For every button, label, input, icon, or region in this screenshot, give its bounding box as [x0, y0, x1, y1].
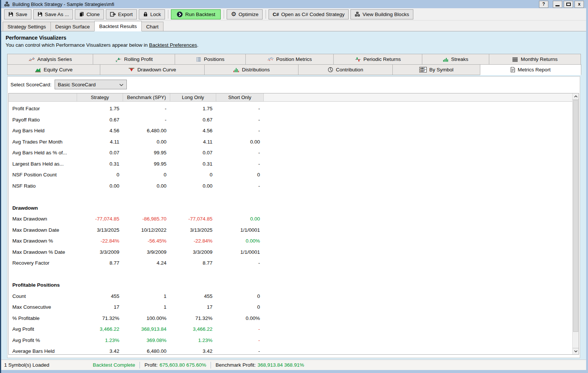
column-header-long-only[interactable]: Long Only — [170, 93, 216, 102]
table-row[interactable]: Profit Factor1.75-1.75- — [9, 103, 572, 114]
table-row[interactable]: Max Drawdown %-22.84%-56.45%-22.84%0.00% — [9, 235, 572, 247]
toolbar-separator — [224, 10, 224, 19]
tab-design-surface[interactable]: Design Surface — [50, 22, 95, 31]
cell-value: 3/3/2009 — [170, 249, 216, 255]
minimize-button[interactable] — [553, 1, 562, 8]
backtest-results-content: Performance Visualizers You can control … — [1, 31, 586, 360]
svg-text:ABC: ABC — [420, 67, 425, 70]
export-button[interactable]: Export — [106, 9, 137, 19]
cell-value: 3/9/2009 — [123, 249, 170, 255]
column-header[interactable] — [9, 93, 77, 102]
backtest-preferences-link[interactable]: Backtest Preferences — [149, 42, 197, 48]
row-label: Largest Bars Held as... — [9, 161, 77, 167]
save-as-button[interactable]: Save As ... — [33, 9, 73, 19]
cell-value: -77,074.85 — [77, 216, 123, 222]
scroll-down-button[interactable] — [573, 348, 579, 354]
table-row[interactable]: Avg Profit %1.23%369.08%1.23%- — [9, 335, 572, 346]
table-row[interactable]: Payoff Ratio0.67-0.67- — [9, 114, 572, 126]
table-row[interactable]: Max Drawdown Date3/13/202510/12/20223/13… — [9, 225, 572, 236]
table-row[interactable]: Max Drawdown-77,074.85-86,985.70-77,074.… — [9, 213, 572, 225]
cell-value: 3,466.22 — [77, 326, 123, 332]
visualizer-tab-position-metrics[interactable]: Position Metrics — [245, 54, 334, 65]
column-header-benchmark-spy[interactable]: Benchmark (SPY) — [123, 93, 170, 102]
section-header-row: Profitable Positions — [9, 280, 572, 291]
visualizer-tab-distributions[interactable]: Distributions — [204, 64, 298, 75]
table-row[interactable]: Average Bars Held3.426,480.003.42- — [9, 346, 572, 354]
cell-value: 4.56 — [77, 128, 123, 133]
tab-chart[interactable]: Chart — [141, 22, 163, 31]
visualizer-tab-streaks[interactable]: Streaks — [422, 54, 489, 65]
tab-label: Equity Curve — [44, 67, 73, 73]
toolbar-separator — [168, 10, 168, 19]
cell-value: 1.75 — [77, 106, 123, 111]
row-label: Recovery Factor — [9, 260, 77, 266]
cell-value: 0.00 — [216, 139, 264, 145]
table-row[interactable]: NSF Ratio0.000.000.00- — [9, 181, 572, 192]
button-label: Save As ... — [45, 12, 69, 17]
table-row[interactable]: Largest Bars Held as...0.3199.950.31- — [9, 158, 572, 170]
visualizer-tab-drawdown-curve[interactable]: Drawdown Curve — [100, 64, 205, 75]
row-label: Avg Profit — [9, 326, 77, 332]
visualizer-tab-rolling-profit[interactable]: Rolling Profit — [93, 54, 175, 65]
cell-value: 4.11 — [170, 139, 216, 145]
help-button[interactable]: ? — [539, 1, 548, 8]
tab-backtest-results[interactable]: Backtest Results — [94, 21, 142, 31]
window-bottom-edge — [1, 370, 586, 373]
table-row[interactable]: Avg Profit3,466.22368,913.843,466.22- — [9, 324, 572, 335]
table-row[interactable]: NSF Position Count0000 — [9, 169, 572, 181]
table-row[interactable]: Recovery Factor8.774.248.77- — [9, 258, 572, 269]
column-header-short-only[interactable]: Short Only — [216, 93, 264, 102]
status-bar: 1 Symbol(s) Loaded Backtest Complete Pro… — [1, 360, 586, 370]
save-button[interactable]: Save — [4, 9, 31, 19]
optimize-button[interactable]: ⚙Optimize — [227, 9, 263, 19]
visualizer-tab-monthly-returns[interactable]: Monthly Returns — [489, 54, 581, 65]
vertical-scrollbar[interactable] — [572, 93, 579, 354]
table-row[interactable]: % Profitable71.32%100.00%71.32%0.00% — [9, 313, 572, 324]
cell-value: 0.31 — [77, 161, 123, 167]
visualizer-tab-contribution[interactable]: Contribution — [298, 64, 393, 75]
cell-value: 3.42 — [77, 348, 123, 354]
row-label: Max Consecutive — [9, 304, 77, 310]
view-building-blocks-button[interactable]: View Building Blocks — [350, 9, 413, 19]
profit-label: Profit: — [144, 362, 157, 368]
cell-value: 3/13/2025 — [170, 227, 216, 233]
close-button[interactable]: x — [575, 1, 584, 8]
tab-label: Distributions — [242, 67, 270, 73]
open-as-c-coded-strategy-button[interactable]: C#Open as C# Coded Strategy — [269, 9, 349, 19]
title-bar: Building Block Strategy - Sample Strateg… — [1, 0, 586, 8]
toolbar-separator — [266, 10, 266, 19]
tab-strategy-settings[interactable]: Strategy Settings — [3, 22, 51, 31]
row-label: Profit Factor — [9, 106, 77, 111]
scrollbar-thumb[interactable] — [573, 100, 578, 332]
table-row[interactable]: Avg Bars Held4.566,480.004.56- — [9, 125, 572, 136]
cell-value: 0.67 — [170, 117, 216, 123]
column-header-strategy[interactable]: Strategy — [77, 93, 123, 102]
run-backtest-button[interactable]: Run Backtest — [171, 9, 221, 19]
visualizer-tab-positions[interactable]: Positions — [175, 54, 246, 65]
tab-label: Analysis Series — [37, 56, 72, 62]
visualizer-tab-by-symbol[interactable]: ABCDEFBy Symbol — [392, 64, 480, 75]
table-row[interactable]: Avg Trades Per Month4.110.004.110.00 — [9, 136, 572, 148]
visualizer-tab-periodic-returns[interactable]: Periodic Returns — [333, 54, 422, 65]
table-row[interactable]: Max Consecutive171170 — [9, 302, 572, 313]
cell-value: - — [216, 161, 264, 167]
lock-button[interactable]: Lock — [139, 9, 165, 19]
scorecard-select[interactable]: Basic ScoreCard — [55, 80, 127, 89]
row-label: Average Bars Held — [9, 348, 77, 354]
analysis-series-icon — [28, 57, 35, 62]
visualizer-tab-metrics-report[interactable]: Metrics Report — [480, 64, 581, 75]
benchmark-profit-status: Benchmark Profit: 368,913.84 368.91% — [215, 362, 304, 368]
scroll-up-button[interactable] — [573, 93, 579, 100]
row-label: Max Drawdown — [9, 216, 77, 222]
table-row[interactable]: Avg Bars Held as % of...0.0799.950.07- — [9, 147, 572, 158]
visualizer-tab-analysis-series[interactable]: Analysis Series — [7, 54, 93, 65]
maximize-button[interactable] — [564, 1, 573, 8]
metrics-report-panel: Select ScoreCard: Basic ScoreCard Strate… — [7, 76, 580, 358]
table-row[interactable]: Count45514550 — [9, 291, 572, 302]
clone-button[interactable]: Clone — [75, 9, 104, 19]
visualizer-tab-equity-curve[interactable]: Equity Curve — [7, 64, 100, 75]
cell-value: 71.32% — [170, 315, 216, 321]
cell-value: 71.32% — [77, 315, 123, 321]
cell-value: 0.67 — [77, 117, 123, 123]
table-row[interactable]: Max Drawdown % Date3/3/20093/9/20093/3/2… — [9, 247, 572, 258]
